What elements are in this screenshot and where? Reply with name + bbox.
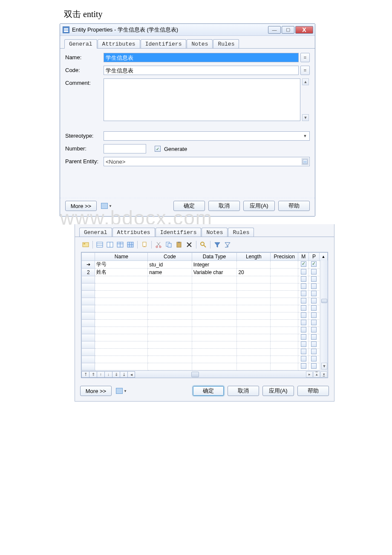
cell-datatype[interactable] [192,363,237,370]
cell-name[interactable] [95,349,148,356]
find-icon[interactable] [199,240,208,249]
cell-p[interactable] [309,276,320,283]
cell-datatype[interactable]: Integer [192,261,237,269]
cell-precision[interactable] [271,305,298,312]
parent-browse-icon[interactable] [302,158,308,165]
cell-length[interactable] [237,363,271,370]
m-checkbox[interactable] [301,269,306,275]
ok-button[interactable]: 确定 [173,201,205,211]
cell-precision[interactable] [271,363,298,370]
p-checkbox[interactable] [311,269,317,275]
table-row[interactable] [82,349,328,356]
row-header[interactable] [82,363,95,370]
scroll-down-icon[interactable]: ▼ [302,114,309,121]
cell-length[interactable] [237,283,271,291]
cell-name[interactable] [95,356,148,363]
cell-code[interactable] [148,363,192,370]
cell-precision[interactable] [271,341,298,349]
row-header[interactable] [82,334,95,341]
cell-datatype[interactable] [192,305,237,312]
col-code[interactable]: Code [148,253,192,261]
table-row[interactable] [82,305,328,312]
cell-m[interactable] [298,341,309,349]
cell-code[interactable] [148,283,192,291]
row-header[interactable]: ➔ [82,261,95,269]
cell-length[interactable] [237,305,271,312]
cell-code[interactable] [148,298,192,305]
cell-precision[interactable] [271,349,298,356]
col-name[interactable]: Name [95,253,148,261]
tab-notes[interactable]: Notes [187,39,213,49]
cell-m[interactable] [298,276,309,283]
attributes-grid[interactable]: Name Code Data Type Length Precision M P… [81,252,328,378]
m-checkbox[interactable] [301,320,306,325]
cell-name[interactable] [95,283,148,291]
p-checkbox[interactable] [311,327,317,332]
cancel-button[interactable]: 取消 [228,386,259,396]
row-header[interactable]: 2 [82,269,95,276]
ok-button[interactable]: 确定 [193,386,224,396]
cell-length[interactable]: 20 [237,269,271,276]
cell-datatype[interactable]: Variable char [192,269,237,276]
delete-icon[interactable] [184,240,194,249]
col-datatype[interactable]: Data Type [192,253,237,261]
cell-m[interactable] [298,327,309,334]
p-checkbox[interactable] [311,356,317,361]
cell-precision[interactable] [271,269,298,276]
comment-textarea[interactable] [104,78,300,121]
cell-m[interactable] [298,283,309,291]
parent-entity-combo[interactable]: <None> [104,157,310,166]
cell-code[interactable] [148,327,192,334]
cell-p[interactable] [309,312,320,320]
cell-m[interactable] [298,320,309,327]
cancel-button[interactable]: 取消 [208,201,240,211]
cell-length[interactable] [237,291,271,298]
cell-code[interactable] [148,334,192,341]
table-row[interactable] [82,341,328,349]
properties-icon[interactable] [81,240,90,249]
cell-name[interactable] [95,298,148,305]
cell-code[interactable]: name [148,269,192,276]
row-header[interactable] [82,283,95,291]
cell-p[interactable] [309,356,320,363]
cell-name[interactable] [95,312,148,320]
m-checkbox[interactable] [301,283,306,289]
table-row[interactable] [82,291,328,298]
cell-name[interactable] [95,320,148,327]
scroll-bottom-icon[interactable]: ▾ [320,371,327,378]
cell-precision[interactable] [271,291,298,298]
generate-checkbox[interactable] [155,146,161,152]
cell-m[interactable] [298,356,309,363]
tab-notes[interactable]: Notes [202,228,228,237]
cell-length[interactable] [237,341,271,349]
m-checkbox[interactable] [301,298,306,304]
m-checkbox[interactable] [301,341,306,347]
cell-m[interactable] [298,312,309,320]
table-row[interactable]: 2姓名nameVariable char20 [82,269,328,276]
cell-length[interactable] [237,312,271,320]
cell-datatype[interactable] [192,298,237,305]
cell-length[interactable] [237,327,271,334]
table-row[interactable] [82,298,328,305]
cell-m[interactable] [298,305,309,312]
row-header[interactable] [82,305,95,312]
col-length[interactable]: Length [237,253,271,261]
cell-m[interactable] [298,269,309,276]
p-checkbox[interactable] [311,334,317,340]
cell-p[interactable] [309,341,320,349]
cell-p[interactable] [309,298,320,305]
cell-name[interactable] [95,305,148,312]
p-checkbox[interactable] [311,349,317,354]
apply-button[interactable]: 应用(A) [262,386,294,396]
cell-p[interactable] [309,363,320,370]
cell-precision[interactable] [271,283,298,291]
row-header[interactable] [82,320,95,327]
help-button[interactable]: 帮助 [278,201,310,211]
cell-code[interactable] [148,305,192,312]
cell-m[interactable] [298,349,309,356]
cell-datatype[interactable] [192,341,237,349]
col-m[interactable]: M [298,253,309,261]
vertical-scrollbar[interactable]: ▼ [320,260,328,370]
code-input[interactable]: 学生信息表 [104,66,299,75]
cell-p[interactable] [309,261,320,269]
